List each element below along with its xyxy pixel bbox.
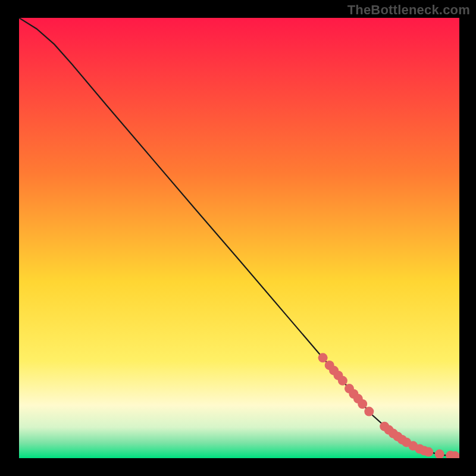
chart-frame: TheBottleneck.com [0,0,476,476]
data-marker [364,407,374,416]
data-marker [358,399,367,409]
data-marker [338,376,347,386]
chart-svg [19,18,459,458]
data-marker [318,353,328,362]
watermark-text: TheBottleneck.com [347,2,470,18]
plot-area [19,18,459,458]
gradient-rect [19,18,459,458]
data-marker [424,447,433,457]
